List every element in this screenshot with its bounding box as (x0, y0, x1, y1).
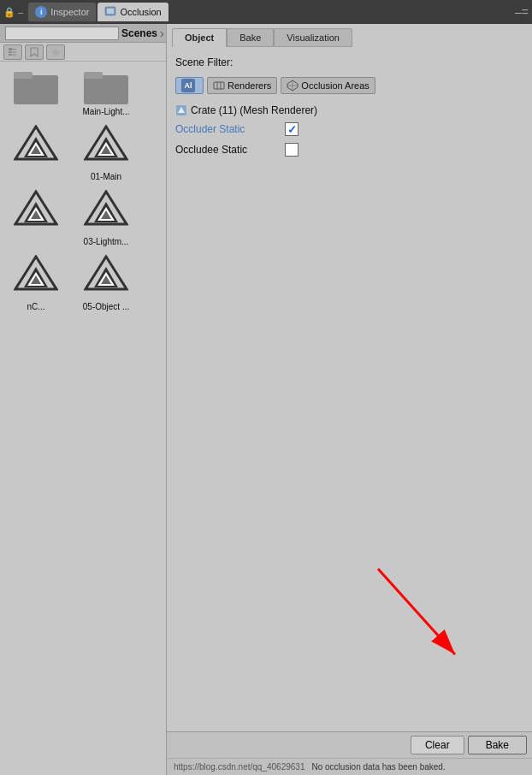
arrow-area (175, 164, 523, 723)
svg-rect-10 (14, 75, 58, 104)
scenes-grid: Main-Light... 01-Main (0, 62, 166, 317)
occludee-checkbox[interactable] (285, 143, 299, 157)
mesh-header: Crate (11) (Mesh Renderer) (175, 104, 523, 116)
occluder-label: Occluder Static (175, 123, 278, 135)
list-item[interactable] (5, 190, 67, 246)
status-bar: https://blog.csdn.net/qq_40629631 No occ… (167, 758, 532, 775)
list-item[interactable]: nC... (5, 255, 67, 311)
scenes-chevron[interactable]: › (160, 27, 164, 40)
list-item[interactable]: 05-Object ... (75, 255, 137, 311)
star-icon-btn[interactable] (46, 44, 65, 60)
checkmark-icon: ✓ (287, 124, 297, 135)
sub-tabs-bar: Object Bake Visualization (167, 24, 532, 48)
tab-inspector-label: Inspector (50, 7, 89, 17)
clear-button[interactable]: Clear (411, 736, 464, 754)
mesh-title: Crate (11) (Mesh Renderer) (191, 104, 317, 116)
filter-btn-ai[interactable]: Al (175, 77, 204, 94)
scenes-label: Scenes (121, 27, 157, 39)
list-item[interactable] (5, 67, 67, 116)
top-icon-bar (0, 43, 166, 62)
svg-rect-38 (214, 82, 224, 89)
top-bar-menu-icon[interactable]: –= (515, 5, 529, 19)
right-panel: Object Bake Visualization Scene Filter: … (167, 24, 532, 775)
occlusion-tab-icon (104, 6, 116, 18)
scene-item-label: 05-Object ... (83, 302, 129, 311)
bookmark-icon-btn[interactable] (25, 44, 44, 60)
occlusion-areas-icon (287, 80, 299, 92)
scene-item-label: nC... (27, 302, 44, 311)
folder-icon (14, 67, 58, 104)
scenes-header: Scenes › (0, 24, 166, 43)
svg-marker-8 (31, 48, 38, 56)
tab-visualization[interactable]: Visualization (274, 28, 352, 47)
bake-button[interactable]: Bake (468, 736, 527, 754)
ai-icon: Al (181, 79, 195, 92)
list-item[interactable]: Main-Light... (75, 67, 137, 116)
content-area: Scene Filter: Al Renderers (167, 48, 532, 731)
unity-icon (84, 255, 128, 299)
svg-rect-13 (84, 72, 103, 79)
list-item[interactable]: 03-Lightm... (75, 190, 137, 246)
unity-icon (14, 125, 58, 169)
tab-inspector[interactable]: i Inspector (28, 3, 96, 21)
svg-rect-11 (14, 72, 33, 79)
hierarchy-icon-btn[interactable] (3, 44, 22, 60)
occluder-checkbox[interactable]: ✓ (285, 122, 299, 136)
property-row-occludee: Occludee Static (175, 142, 523, 157)
tab-occlusion[interactable]: Occlusion (98, 3, 168, 21)
folder-icon (84, 67, 128, 104)
top-bar: 🔒 – i Inspector Occlusion –= (0, 0, 532, 24)
tab-occlusion-label: Occlusion (120, 7, 161, 17)
svg-marker-9 (51, 48, 60, 56)
svg-rect-2 (9, 48, 12, 50)
red-arrow-indicator (369, 560, 472, 671)
svg-rect-12 (84, 75, 128, 104)
svg-line-47 (378, 569, 455, 654)
scene-item-label: 03-Lightm... (84, 237, 129, 246)
lock-icon[interactable]: 🔒 – (3, 7, 23, 18)
property-row-occluder: Occluder Static ✓ (175, 121, 523, 137)
filter-buttons: Al Renderers (175, 77, 523, 94)
svg-rect-3 (9, 51, 11, 53)
tab-object[interactable]: Object (172, 28, 227, 47)
inspector-icon: i (35, 6, 47, 18)
tab-bake[interactable]: Bake (227, 28, 274, 47)
list-item[interactable]: 01-Main (75, 125, 137, 181)
svg-rect-1 (107, 9, 114, 14)
list-item[interactable] (5, 125, 67, 181)
filter-btn-occlusion-areas[interactable]: Occlusion Areas (281, 77, 375, 94)
status-text: No occlusion data has been baked. (311, 762, 445, 772)
button-row: Clear Bake (167, 732, 532, 758)
scenes-search-input[interactable] (5, 27, 119, 40)
scene-item-label: 01-Main (91, 172, 121, 181)
mesh-section: Crate (11) (Mesh Renderer) Occluder Stat… (175, 104, 523, 157)
unity-icon (84, 190, 128, 234)
filter-renderers-label: Renderers (228, 80, 271, 91)
unity-icon (84, 125, 128, 169)
left-panel: Scenes › (0, 24, 167, 775)
unity-icon (14, 255, 58, 299)
filter-btn-renderers[interactable]: Renderers (207, 77, 277, 94)
svg-rect-4 (9, 54, 11, 56)
unity-icon (14, 190, 58, 234)
occludee-label: Occludee Static (175, 144, 278, 156)
scene-filter-row: Scene Filter: (175, 56, 523, 68)
main-layout: Scenes › (0, 24, 532, 775)
scene-filter-label: Scene Filter: (175, 56, 233, 68)
mesh-renderer-icon (175, 104, 187, 116)
scene-item-label: Main-Light... (82, 107, 129, 116)
bottom-bar: Clear Bake https://blog.csdn.net/qq_4062… (167, 731, 532, 775)
url-text: https://blog.csdn.net/qq_40629631 (174, 762, 304, 772)
renderers-icon (213, 80, 225, 92)
filter-occ-label: Occlusion Areas (301, 80, 369, 91)
